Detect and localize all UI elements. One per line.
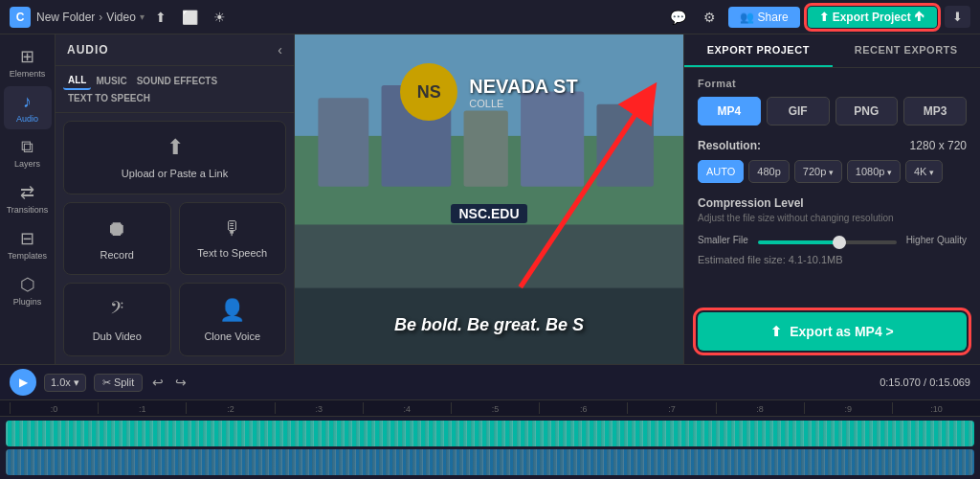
sidebar-item-plugins[interactable]: ⬡ Plugins bbox=[4, 268, 52, 312]
file-size-estimate: Estimated file size: 4.1-10.1MB bbox=[698, 254, 967, 265]
plugins-icon: ⬡ bbox=[20, 274, 35, 295]
chat-icon-btn[interactable]: 💬 bbox=[665, 8, 691, 27]
share-icon: 👥 bbox=[740, 11, 754, 24]
ruler-mark-10: :10 bbox=[892, 402, 980, 414]
upload-card-icon: ⬆ bbox=[167, 135, 184, 160]
export-as-mp4-button[interactable]: ⬆ Export as MP4 > bbox=[698, 312, 967, 351]
audio-panel: AUDIO ‹ ALL MUSIC SOUND EFFECTS TEXT TO … bbox=[56, 34, 295, 364]
compression-slider-wrap[interactable] bbox=[758, 231, 897, 248]
audio-title: AUDIO bbox=[67, 43, 109, 57]
split-button[interactable]: ✂ Split bbox=[94, 374, 143, 392]
ruler-mark-0: :0 bbox=[10, 402, 98, 414]
ruler-mark-6: :6 bbox=[539, 402, 627, 414]
export-panel-content: Format MP4 GIF PNG MP3 Resolution: 1280 … bbox=[684, 68, 980, 303]
res-1080p-button[interactable]: 1080p bbox=[847, 160, 901, 183]
upload-icon-btn[interactable]: ⬆ bbox=[150, 8, 171, 27]
nsc-edu-text: NSC.EDU bbox=[451, 204, 526, 223]
dub-card[interactable]: 𝄢 Dub Video bbox=[63, 283, 171, 356]
sidebar-item-audio[interactable]: ♪ Audio bbox=[4, 86, 52, 129]
share-button[interactable]: 👥 Share bbox=[728, 7, 800, 28]
res-480p-button[interactable]: 480p bbox=[748, 160, 789, 183]
export-project-button[interactable]: ⬆ Export Project 🡩 bbox=[808, 7, 937, 28]
clone-card[interactable]: 👤 Clone Voice bbox=[179, 283, 287, 356]
record-card-icon: ⏺ bbox=[106, 217, 127, 241]
college-name-area: NEVADA ST COLLE bbox=[469, 76, 577, 109]
settings-icon-btn[interactable]: ⚙ bbox=[699, 8, 721, 27]
dub-card-label: Dub Video bbox=[93, 331, 142, 342]
ruler-marks: :0 :1 :2 :3 :4 :5 :6 :7 :8 :9 :10 bbox=[10, 402, 980, 414]
audio-cards-grid: ⬆ Upload or Paste a Link ⏺ Record 🎙 Text… bbox=[56, 113, 294, 364]
sidebar-item-elements[interactable]: ⊞ Elements bbox=[4, 40, 52, 84]
res-auto-button[interactable]: AUTO bbox=[698, 160, 744, 183]
breadcrumb-folder[interactable]: New Folder bbox=[36, 11, 95, 24]
export-panel: EXPORT PROJECT RECENT EXPORTS Format MP4… bbox=[683, 34, 980, 364]
tts-card[interactable]: 🎙 Text to Speech bbox=[179, 202, 287, 276]
audio-tab-tts[interactable]: TEXT TO SPEECH bbox=[63, 90, 155, 106]
resolution-label: Resolution: bbox=[698, 139, 761, 152]
audio-track-2[interactable] bbox=[6, 449, 974, 475]
record-card[interactable]: ⏺ Record bbox=[63, 202, 171, 276]
audio-tab-sfx[interactable]: SOUND EFFECTS bbox=[132, 72, 222, 90]
sidebar-item-layers[interactable]: ⧉ Layers bbox=[4, 131, 52, 174]
breadcrumb-chevron: ▾ bbox=[140, 11, 145, 22]
layers-label: Layers bbox=[14, 159, 40, 169]
format-mp3-button[interactable]: MP3 bbox=[903, 97, 967, 125]
format-gif-button[interactable]: GIF bbox=[767, 97, 830, 125]
download-button[interactable]: ⬇ bbox=[945, 6, 970, 28]
video-area: NS NEVADA ST COLLE NSC.EDU Be bold. Be g… bbox=[295, 34, 683, 364]
format-png-button[interactable]: PNG bbox=[835, 97, 899, 125]
elements-label: Elements bbox=[10, 69, 46, 79]
audio-label: Audio bbox=[16, 114, 38, 124]
video-preview: NS NEVADA ST COLLE NSC.EDU Be bold. Be g… bbox=[295, 34, 683, 364]
timeline-tracks bbox=[0, 417, 980, 479]
compression-title: Compression Level bbox=[698, 196, 967, 210]
tts-card-icon: 🎙 bbox=[223, 217, 242, 240]
plugins-label: Plugins bbox=[13, 297, 42, 307]
audio-tab-music[interactable]: MUSIC bbox=[91, 72, 131, 90]
topbar-right: 💬 ⚙ 👥 Share ⬆ Export Project 🡩 ⬇ bbox=[665, 6, 970, 28]
audio-tabs: ALL MUSIC SOUND EFFECTS TEXT TO SPEECH bbox=[56, 66, 294, 113]
undo-button[interactable]: ↩ bbox=[150, 373, 166, 392]
higher-quality-label: Higher Quality bbox=[906, 235, 967, 245]
nevada-st-text: NEVADA ST bbox=[469, 76, 577, 98]
monitor-icon-btn[interactable]: ⬜ bbox=[177, 8, 203, 27]
breadcrumb-sep1: › bbox=[99, 11, 102, 24]
export-as-label: Export as MP4 > bbox=[790, 324, 894, 339]
audio-icon: ♪ bbox=[23, 92, 32, 112]
format-mp4-button[interactable]: MP4 bbox=[698, 97, 761, 125]
speed-button[interactable]: 1.0x ▾ bbox=[44, 374, 86, 392]
audio-header: AUDIO ‹ bbox=[56, 34, 294, 66]
recent-exports-tab[interactable]: RECENT EXPORTS bbox=[833, 34, 981, 67]
layers-icon: ⧉ bbox=[21, 137, 33, 157]
main-content: ⊞ Elements ♪ Audio ⧉ Layers ⇄ Transition… bbox=[0, 34, 980, 364]
time-total: 0:15.069 bbox=[929, 376, 970, 388]
speed-value: 1.0x bbox=[51, 376, 71, 388]
play-button[interactable]: ▶ bbox=[10, 369, 36, 396]
compression-section: Compression Level Adjust the file size w… bbox=[698, 196, 967, 265]
ruler-mark-3: :3 bbox=[275, 402, 363, 414]
upload-card[interactable]: ⬆ Upload or Paste a Link bbox=[63, 121, 286, 194]
smaller-file-label: Smaller File bbox=[698, 235, 748, 245]
timeline-ruler: :0 :1 :2 :3 :4 :5 :6 :7 :8 :9 :10 bbox=[0, 400, 980, 417]
export-panel-tabs: EXPORT PROJECT RECENT EXPORTS bbox=[684, 34, 980, 68]
audio-collapse-button[interactable]: ‹ bbox=[278, 42, 282, 57]
resolution-buttons-row: AUTO 480p 720p 1080p 4K bbox=[698, 160, 967, 183]
sidebar-item-transitions[interactable]: ⇄ Transitions bbox=[4, 176, 52, 220]
breadcrumb-video[interactable]: Video bbox=[106, 11, 135, 24]
export-project-tab[interactable]: EXPORT PROJECT bbox=[684, 34, 833, 67]
time-display: 0:15.070 / 0:15.069 bbox=[880, 376, 970, 388]
redo-button[interactable]: ↪ bbox=[173, 373, 189, 392]
audio-tab-all[interactable]: ALL bbox=[63, 72, 91, 90]
audio-track-1[interactable] bbox=[6, 421, 974, 446]
ruler-mark-5: :5 bbox=[451, 402, 539, 414]
res-4k-button[interactable]: 4K bbox=[905, 160, 943, 183]
topbar-left: C New Folder › Video ▾ ⬆ ⬜ ☀ bbox=[10, 7, 665, 28]
res-720p-button[interactable]: 720p bbox=[794, 160, 842, 183]
record-card-label: Record bbox=[100, 249, 134, 261]
ruler-mark-2: :2 bbox=[186, 402, 274, 414]
video-logo-area: NS NEVADA ST COLLE bbox=[295, 63, 683, 121]
compression-slider[interactable] bbox=[758, 240, 897, 244]
sidebar-item-templates[interactable]: ⊟ Templates bbox=[4, 222, 52, 266]
brightness-icon-btn[interactable]: ☀ bbox=[209, 8, 231, 27]
video-overlay: NS NEVADA ST COLLE NSC.EDU Be bold. Be g… bbox=[295, 34, 683, 364]
